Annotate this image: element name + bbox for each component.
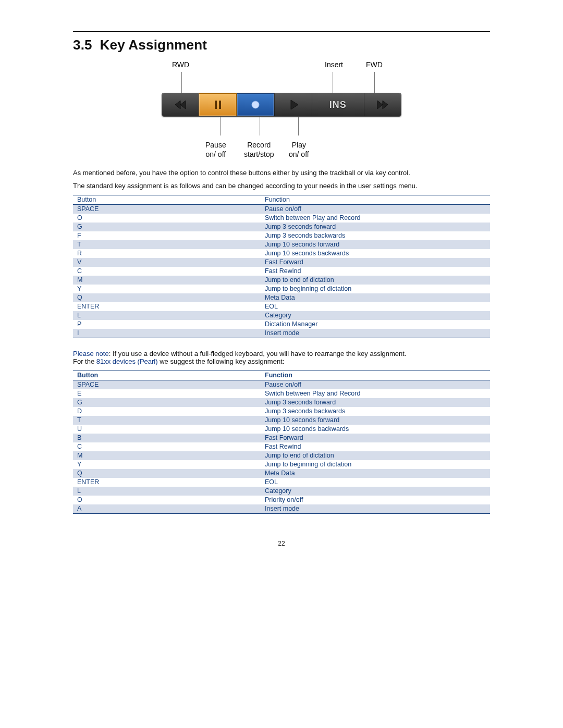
table-cell: ENTER	[73, 478, 261, 487]
table-row: GJump 3 seconds forward	[73, 223, 490, 231]
table-cell: Jump 10 seconds backwards	[261, 249, 490, 258]
table-cell: M	[73, 451, 261, 460]
table-cell: Meta Data	[261, 293, 490, 302]
intro-para-1: As mentioned before, you have the option…	[73, 169, 490, 177]
table-cell: Switch between Play and Record	[261, 214, 490, 223]
table-row: OPriority on/off	[73, 496, 490, 504]
table-row: TJump 10 seconds forward	[73, 416, 490, 425]
table-cell: T	[73, 416, 261, 425]
table-cell: Jump 3 seconds forward	[261, 223, 490, 231]
table-row: RJump 10 seconds backwards	[73, 249, 490, 258]
rwd-button[interactable]	[162, 93, 199, 116]
table-row: SPACEPause on/off	[73, 205, 490, 214]
table-cell: Q	[73, 293, 261, 302]
label-play: Playon/ off	[289, 141, 309, 159]
table-cell: R	[73, 249, 261, 258]
table-cell: Jump 3 seconds forward	[261, 398, 490, 407]
table-cell: Pause on/off	[261, 205, 490, 214]
table-cell: F	[73, 231, 261, 240]
table-cell: ENTER	[73, 302, 261, 311]
table-cell: Switch between Play and Record	[261, 389, 490, 398]
note2-device: 81xx devices (Pearl)	[96, 357, 158, 365]
pause-icon	[211, 97, 225, 112]
note-prefix: Please note	[73, 350, 109, 357]
table-cell: A	[73, 504, 261, 514]
table-row: DJump 3 seconds backwards	[73, 407, 490, 416]
table-row: UJump 10 seconds backwards	[73, 425, 490, 434]
rewind-icon	[173, 97, 188, 112]
table-cell: D	[73, 407, 261, 416]
table-cell: Category	[261, 487, 490, 496]
divider	[73, 31, 490, 32]
table-row: ENTEREOL	[73, 302, 490, 311]
note-para: Please note: If you use a device without…	[73, 350, 490, 365]
note-rest: : If you use a device without a full-fle…	[109, 350, 407, 357]
table-cell: Insert mode	[261, 329, 490, 338]
table-row: GJump 3 seconds forward	[73, 398, 490, 407]
table-cell: I	[73, 329, 261, 338]
fast-forward-icon	[375, 97, 390, 112]
table-cell: Jump 10 seconds forward	[261, 416, 490, 425]
table-cell: SPACE	[73, 380, 261, 390]
pause-button[interactable]	[199, 93, 236, 116]
table-cell: E	[73, 389, 261, 398]
table-cell: Fast Forward	[261, 434, 490, 442]
table-cell: Y	[73, 285, 261, 293]
table-cell: Meta Data	[261, 469, 490, 478]
th-function: Function	[261, 195, 490, 205]
table-row: VFast Forward	[73, 258, 490, 267]
table-cell: C	[73, 442, 261, 451]
table-cell: T	[73, 240, 261, 249]
page: 3.5 Key Assignment RWD Insert FWD	[73, 0, 490, 568]
table-row: AInsert mode	[73, 504, 490, 514]
key-table-standard: Button Function SPACEPause on/offOSwitch…	[73, 195, 490, 338]
table-row: QMeta Data	[73, 469, 490, 478]
label-fwd: FWD	[366, 60, 383, 69]
table-cell: Pause on/off	[261, 380, 490, 390]
section-heading: 3.5 Key Assignment	[73, 37, 490, 53]
table-cell: Q	[73, 469, 261, 478]
table-row: PDictation Manager	[73, 320, 490, 329]
table-cell: EOL	[261, 302, 490, 311]
key-table-standard-body: SPACEPause on/offOSwitch between Play an…	[73, 205, 490, 338]
table-cell: Jump to beginning of dictation	[261, 285, 490, 293]
table-cell: P	[73, 320, 261, 329]
table-row: SPACEPause on/off	[73, 380, 490, 390]
table-cell: U	[73, 425, 261, 434]
table-cell: Jump 10 seconds backwards	[261, 425, 490, 434]
table-cell: Y	[73, 460, 261, 469]
table-row: ESwitch between Play and Record	[73, 389, 490, 398]
record-button[interactable]	[237, 93, 274, 116]
table-cell: M	[73, 276, 261, 285]
th-function: Function	[261, 371, 490, 380]
label-pause: Pauseon/ off	[205, 141, 226, 159]
table-cell: SPACE	[73, 205, 261, 214]
table-cell: Fast Rewind	[261, 267, 490, 276]
table-row: CFast Rewind	[73, 442, 490, 451]
fwd-button[interactable]	[364, 93, 401, 116]
toolbar-figure: RWD Insert FWD INS	[162, 60, 401, 159]
table-cell: Jump 3 seconds backwards	[261, 407, 490, 416]
figure-top-labels: RWD Insert FWD	[162, 60, 401, 72]
table-row: LCategory	[73, 311, 490, 320]
table-row: MJump to end of dictation	[73, 276, 490, 285]
table-cell: O	[73, 496, 261, 504]
section-number: 3.5	[73, 37, 92, 53]
ins-label: INS	[329, 100, 347, 110]
table-cell: Fast Forward	[261, 258, 490, 267]
table-cell: G	[73, 223, 261, 231]
label-record: Recordstart/stop	[244, 141, 274, 159]
table-row: CFast Rewind	[73, 267, 490, 276]
table-cell: Category	[261, 311, 490, 320]
table-cell: EOL	[261, 478, 490, 487]
toolbar-strip: INS	[162, 93, 401, 117]
key-table-pearl-body: SPACEPause on/offESwitch between Play an…	[73, 380, 490, 514]
play-button[interactable]	[274, 93, 311, 116]
table-row: LCategory	[73, 487, 490, 496]
label-rwd: RWD	[172, 60, 189, 69]
table-cell: Jump 10 seconds forward	[261, 240, 490, 249]
table-cell: L	[73, 311, 261, 320]
label-insert: Insert	[325, 60, 343, 69]
table-row: YJump to beginning of dictation	[73, 460, 490, 469]
insert-button[interactable]: INS	[312, 93, 364, 116]
